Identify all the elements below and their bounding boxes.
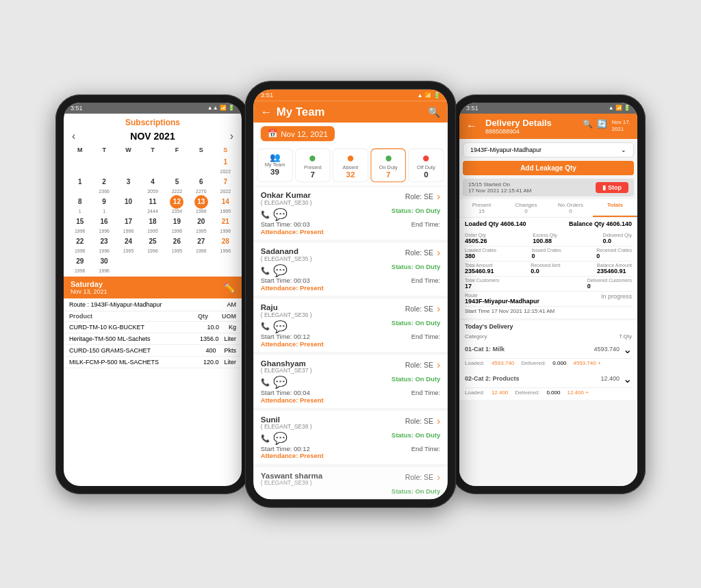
stat-absent[interactable]: Absent 32 bbox=[333, 148, 368, 181]
total-amount-label: Total Amount bbox=[465, 263, 494, 268]
member-time-5: Start Time: 00:12 End Time: bbox=[261, 445, 440, 452]
my-team-title: My Team bbox=[277, 105, 424, 118]
tabs-bar: Present 15 Changes 0 No Orders 0 Totals bbox=[459, 199, 637, 218]
back-icon-3[interactable]: ← bbox=[466, 120, 477, 132]
t-qty-col-header: T.Qty bbox=[619, 333, 632, 340]
stat-present-num: 7 bbox=[297, 170, 329, 179]
product-row-2: Heritage-TM-500 ML-Sachets 1356.0 Liter bbox=[64, 333, 242, 345]
product-qty-2: 1356.0 bbox=[200, 335, 219, 342]
duty-status-5: Status: On Duty bbox=[392, 431, 440, 445]
msg-icon-5[interactable]: 💬 bbox=[273, 431, 288, 445]
cal-cell-12[interactable]: 122354 bbox=[165, 194, 189, 214]
category-1[interactable]: 01-Cat 1: Milk 4593.740 ⌄ bbox=[465, 341, 632, 359]
category-2[interactable]: 02-Cat 2: Products 12.400 ⌄ bbox=[465, 370, 632, 388]
cal-cell: 81 bbox=[68, 194, 92, 214]
member-status-6: Status: On Duty bbox=[261, 487, 440, 495]
cal-cell: 201995 bbox=[189, 214, 213, 234]
received-crates-val: 0 bbox=[596, 253, 632, 259]
cal-next-arrow[interactable]: › bbox=[230, 130, 233, 142]
selected-date: Nov 12, 2021 bbox=[281, 129, 328, 138]
cal-cell: 161996 bbox=[92, 214, 116, 234]
phone-icon-3[interactable]: 📞 bbox=[261, 322, 270, 330]
member-header-6: Yaswant sharma ( ELEGANT_SE39 ) Role: SE… bbox=[261, 471, 440, 486]
cal-day-f: F bbox=[165, 145, 189, 155]
tab-changes-label: Changes bbox=[505, 202, 547, 208]
phone-2-time: 3:51 bbox=[261, 91, 273, 99]
stat-myteam[interactable]: 👥 My Team 39 bbox=[257, 148, 293, 181]
date-pill[interactable]: 📅 Nov 12, 2021 bbox=[261, 126, 335, 141]
member-status-3: 📞 💬 Status: On Duty bbox=[261, 319, 440, 333]
balance-amount-block: Balance Amount 235460.91 bbox=[597, 263, 632, 274]
duty-status-1: Status: On Duty bbox=[392, 207, 440, 220]
total-amount-val: 235460.91 bbox=[465, 268, 494, 274]
cal-cell: 191996 bbox=[165, 214, 189, 234]
end-time-1: End Time: bbox=[411, 220, 441, 228]
start-time-row: Start Time 17 Nov 2021 12:15:41 AM bbox=[465, 307, 632, 316]
route-info: Route : 1943F-Miyapur-Madhapur AM bbox=[64, 298, 242, 311]
member-header-2: Sadanand ( ELEGANT_SE35 ) Role: SE › bbox=[261, 246, 440, 261]
msg-icon-3[interactable]: 💬 bbox=[273, 319, 288, 333]
stop-button[interactable]: ▮ Stop bbox=[596, 182, 628, 193]
route-status-block: In progress bbox=[601, 293, 632, 305]
issued-crates-val: 0 bbox=[531, 253, 561, 259]
total-customers-val: 17 bbox=[465, 283, 500, 290]
team-member-4[interactable]: Ghanshyam ( ELEGANT_SE37 ) Role: SE › 📞 bbox=[253, 355, 447, 408]
route-dropdown[interactable]: 1943F-Miyapur-Madhapur ⌄ bbox=[463, 142, 634, 157]
cal-cell: 181995 bbox=[140, 214, 164, 234]
cat-1-chevron: ⌄ bbox=[623, 343, 632, 356]
refresh-icon[interactable]: 🔄 bbox=[597, 119, 607, 129]
member-header-4: Ghanshyam ( ELEGANT_SE37 ) Role: SE › bbox=[261, 359, 440, 374]
msg-icon-1[interactable]: 💬 bbox=[273, 207, 288, 220]
tab-noorders[interactable]: No Orders 0 bbox=[548, 199, 593, 217]
subscriptions-title: Subscriptions bbox=[64, 114, 242, 129]
cat-2-loaded-val: 12.400 bbox=[492, 389, 508, 396]
search-icon[interactable]: 🔍 bbox=[428, 105, 440, 117]
msg-icon-4[interactable]: 💬 bbox=[273, 375, 288, 389]
phone-icon-1[interactable]: 📞 bbox=[261, 210, 270, 218]
msg-icon-2[interactable]: 💬 bbox=[273, 263, 288, 277]
role-label-5: Role: SE bbox=[405, 417, 433, 425]
end-time-2: End Time: bbox=[411, 277, 441, 284]
team-member-3[interactable]: Raju ( ELEGANT_SE36 ) Role: SE › 📞 bbox=[253, 298, 447, 352]
phone-icon-4[interactable]: 📞 bbox=[261, 378, 270, 386]
phone-3-time: 3:51 bbox=[466, 105, 479, 112]
chevron-right-1: › bbox=[437, 190, 440, 202]
cal-cell bbox=[92, 155, 116, 175]
stat-onduty-num: 7 bbox=[372, 170, 404, 179]
cat-2-chevron: ⌄ bbox=[623, 372, 632, 385]
team-member-6[interactable]: Yaswant sharma ( ELEGANT_SE39 ) Role: SE… bbox=[253, 467, 447, 499]
stop-info: 15/15 Started On 17 Nov 2021 12:15:41 AM bbox=[468, 181, 532, 194]
tab-present[interactable]: Present 15 bbox=[459, 199, 504, 217]
team-member-1[interactable]: Onkar Kumar ( ELEGANT_SE30 ) Role: SE › … bbox=[253, 186, 447, 240]
crates-row: Loaded Crates 380 Issued Crates 0 Receiv… bbox=[465, 246, 632, 261]
customers-row: Total Customers 17 Delivered Customers 0 bbox=[465, 277, 632, 292]
search-icon-3[interactable]: 🔍 bbox=[583, 119, 593, 129]
stat-present[interactable]: Present 7 bbox=[295, 148, 331, 181]
balance-amount-label: Balance Amount bbox=[597, 263, 632, 268]
phone-icon-2[interactable]: 📞 bbox=[261, 266, 270, 274]
stat-offduty[interactable]: Off Duty 0 bbox=[408, 148, 444, 181]
contact-4: 📞 💬 bbox=[261, 375, 288, 389]
member-header-3: Raju ( ELEGANT_SE36 ) Role: SE › bbox=[261, 303, 440, 318]
back-icon[interactable]: ← bbox=[261, 105, 272, 118]
cal-cell: 112444 bbox=[140, 194, 164, 214]
edit-icon[interactable]: ✏️ bbox=[223, 282, 235, 293]
stop-bar: 15/15 Started On 17 Nov 2021 12:15:41 AM… bbox=[463, 179, 634, 196]
total-amount-block: Total Amount 235460.91 bbox=[465, 263, 494, 274]
cal-prev-arrow[interactable]: ‹ bbox=[72, 130, 75, 142]
team-member-2[interactable]: Sadanand ( ELEGANT_SE35 ) Role: SE › 📞 bbox=[253, 242, 447, 296]
team-member-5[interactable]: Sunil ( ELEGANT_SE38 ) Role: SE › 📞 bbox=[253, 411, 447, 464]
delivery-col-headers: Category T.Qty bbox=[465, 332, 632, 341]
member-name-5: Sunil bbox=[261, 415, 312, 424]
add-leakage-button[interactable]: Add Leakage Qty bbox=[463, 161, 634, 175]
tab-changes-val: 0 bbox=[505, 208, 547, 214]
stat-onduty[interactable]: On Duty 7 bbox=[370, 148, 406, 181]
todays-delivery: Today's Delivery Category T.Qty 01-Cat 1… bbox=[459, 320, 637, 400]
stop-datetime: 17 Nov 2021 12:15:41 AM bbox=[468, 188, 532, 194]
phone-2-status-icons: ▲ 📶 🔋 bbox=[417, 92, 440, 98]
tab-totals[interactable]: Totals bbox=[593, 199, 637, 217]
contact-5: 📞 💬 bbox=[261, 431, 288, 445]
phone-icon-5[interactable]: 📞 bbox=[261, 434, 270, 442]
tab-changes[interactable]: Changes 0 bbox=[504, 199, 548, 217]
cal-cell-13[interactable]: 131996 bbox=[189, 194, 213, 214]
